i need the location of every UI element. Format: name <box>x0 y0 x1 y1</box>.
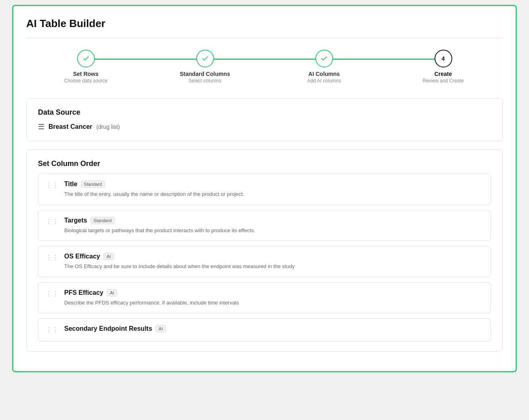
data-source-row: ☰ Breast Cancer (drug list) <box>38 122 491 131</box>
page-title: AI Table Builder <box>26 17 503 30</box>
column-content-pfs-efficacy: PFS Efficacy AI Describe the PFDS effica… <box>64 289 239 307</box>
step-create: 4 Create Review and Create <box>384 50 503 84</box>
step-name-2: Standard Columns <box>180 71 230 77</box>
column-order-title: Set Column Order <box>38 160 491 168</box>
column-badge-title: Standard <box>81 181 105 188</box>
column-badge-secondary-endpoint: AI <box>155 325 166 332</box>
column-header-title: Title Standard <box>64 181 244 188</box>
column-content-os-efficacy: OS Efficacy AI The OS Efficacy and be su… <box>64 253 295 271</box>
column-name-secondary-endpoint: Secondary Endpoint Results <box>64 325 152 332</box>
column-header-secondary-endpoint: Secondary Endpoint Results AI <box>64 325 166 332</box>
column-header-pfs-efficacy: PFS Efficacy AI <box>64 289 239 296</box>
column-content-title: Title Standard The title of the entry, u… <box>64 181 244 198</box>
column-content-secondary-endpoint: Secondary Endpoint Results AI <box>64 325 166 335</box>
column-desc-pfs-efficacy: Describe the PFDS efficacy performance, … <box>64 299 239 307</box>
drag-handle-targets[interactable]: ⋮⋮ <box>46 218 59 225</box>
column-badge-os-efficacy: AI <box>103 253 114 260</box>
column-header-targets: Targets Standard <box>64 217 255 224</box>
data-source-name: Breast Cancer <box>48 123 92 130</box>
data-source-type: (drug list) <box>97 124 120 130</box>
page-container: AI Table Builder Set Rows Choose data so… <box>12 5 517 372</box>
column-desc-os-efficacy: The OS Efficacy and be sure to include d… <box>64 262 295 271</box>
drag-handle-title[interactable]: ⋮⋮ <box>46 181 59 189</box>
step-ai-columns: AI Columns Add AI columns <box>264 50 384 84</box>
column-desc-targets: Biological targets or pathways that the … <box>64 227 255 235</box>
column-badge-targets: Standard <box>90 217 115 224</box>
step-circle-3 <box>315 50 333 67</box>
step-circle-1 <box>77 50 95 67</box>
column-item-targets[interactable]: ⋮⋮ Targets Standard Biological targets o… <box>38 210 491 242</box>
column-item-pfs-efficacy[interactable]: ⋮⋮ PFS Efficacy AI Describe the PFDS eff… <box>38 282 491 314</box>
column-order-section: Set Column Order ⋮⋮ Title Standard The t… <box>26 149 503 352</box>
data-source-section: Data Source ☰ Breast Cancer (drug list) <box>26 98 503 141</box>
stepper: Set Rows Choose data source Standard Col… <box>26 50 503 84</box>
column-item-os-efficacy[interactable]: ⋮⋮ OS Efficacy AI The OS Efficacy and be… <box>38 246 491 277</box>
column-name-targets: Targets <box>64 217 87 224</box>
column-item-title[interactable]: ⋮⋮ Title Standard The title of the entry… <box>38 174 491 205</box>
step-label-3: AI Columns Add AI columns <box>307 71 341 84</box>
step-name-4: Create <box>422 71 464 77</box>
drag-handle-pfs-efficacy[interactable]: ⋮⋮ <box>46 290 59 298</box>
column-badge-pfs-efficacy: AI <box>107 289 117 296</box>
header-divider <box>26 38 503 38</box>
column-header-os-efficacy: OS Efficacy AI <box>64 253 295 260</box>
step-sub-1: Choose data source <box>64 78 107 84</box>
step-sub-4: Review and Create <box>422 78 464 84</box>
data-source-title: Data Source <box>38 108 491 117</box>
step-label-4: Create Review and Create <box>422 71 464 84</box>
step-set-rows: Set Rows Choose data source <box>26 50 145 84</box>
list-icon: ☰ <box>38 122 44 131</box>
column-item-secondary-endpoint[interactable]: ⋮⋮ Secondary Endpoint Results AI <box>38 318 491 342</box>
step-label-1: Set Rows Choose data source <box>64 71 107 84</box>
step-standard-columns: Standard Columns Select columns <box>145 50 264 84</box>
column-desc-title: The title of the entry, usually the name… <box>64 190 244 198</box>
drag-handle-os-efficacy[interactable]: ⋮⋮ <box>46 254 59 261</box>
step-name-3: AI Columns <box>307 71 341 77</box>
column-name-os-efficacy: OS Efficacy <box>64 253 100 260</box>
step-circle-2 <box>196 50 214 67</box>
step-name-1: Set Rows <box>64 71 107 77</box>
step-label-2: Standard Columns Select columns <box>180 71 230 84</box>
drag-handle-secondary-endpoint[interactable]: ⋮⋮ <box>46 326 59 334</box>
column-name-title: Title <box>64 181 78 188</box>
column-name-pfs-efficacy: PFS Efficacy <box>64 289 103 296</box>
column-content-targets: Targets Standard Biological targets or p… <box>64 217 255 235</box>
step-sub-3: Add AI columns <box>307 78 341 84</box>
step-sub-2: Select columns <box>180 78 230 84</box>
step-circle-4: 4 <box>435 50 452 67</box>
